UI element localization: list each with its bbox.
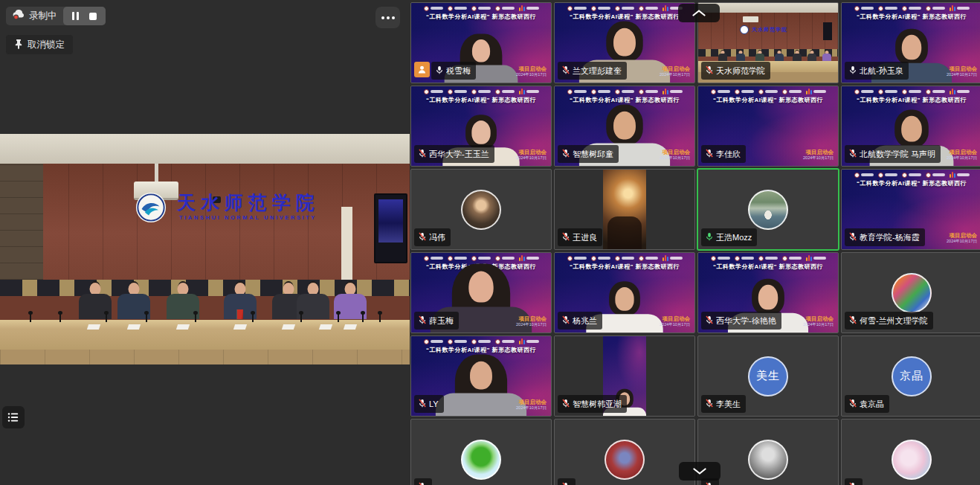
participant-tile[interactable]: “工科数学分析AI课程” 新形态教研西行项目启动会2024年10月17日李佳欣: [698, 86, 838, 166]
participant-tile[interactable]: “工科数学分析AI课程” 新形态教研西行项目启动会2024年10月17日智慧树邱…: [555, 86, 694, 166]
participant-tile[interactable]: [411, 420, 551, 485]
chevron-down-icon[interactable]: [679, 462, 721, 481]
participant-tile[interactable]: 智慧树韩亚潮: [555, 336, 694, 416]
mic-muted-icon: [418, 147, 427, 161]
name-pill: 王进良: [558, 228, 602, 246]
more-options-button[interactable]: [375, 7, 400, 28]
university-logo: [135, 192, 167, 226]
event-badge: 项目启动会2024年10月17日: [516, 149, 547, 161]
participant-name: 袁京晶: [860, 399, 884, 410]
mic-muted-icon: [705, 64, 714, 77]
name-pill: 西华大学-王玉兰: [414, 145, 494, 163]
mic-muted-icon: [705, 397, 714, 411]
name-pill: 何雪-兰州文理学院: [845, 312, 933, 330]
mic-muted-icon: [561, 481, 570, 485]
participant-tile[interactable]: “工科数学分析AI课程” 新形态教研西行项目启动会2024年10月17日税雪梅: [411, 3, 551, 83]
sponsor-logo: [471, 256, 491, 261]
sponsor-logo: [591, 256, 610, 261]
university-name-calligraphy: 天水师范学院: [177, 190, 385, 215]
participant-tile[interactable]: [555, 420, 694, 485]
sponsor-logo: [902, 6, 921, 11]
participant-tile[interactable]: 冯伟: [411, 170, 551, 249]
participant-tile[interactable]: “工科数学分析AI课程” 新形态教研西行项目启动会2024年10月17日LY: [411, 336, 551, 416]
participant-tile[interactable]: “工科数学分析AI课程” 新形态教研西行项目启动会2024年10月17日北航-孙…: [842, 3, 980, 83]
sponsor-logo: [926, 173, 945, 178]
mic-muted-icon: [418, 314, 427, 327]
sponsor-logo: [878, 89, 897, 94]
sponsor-logo-bars: [950, 172, 970, 178]
name-pill: 教育学院-杨海霞: [845, 228, 925, 246]
mic-muted-icon: [561, 64, 570, 77]
sponsor-logo: [424, 339, 443, 344]
event-badge: 项目启动会2024年10月17日: [516, 65, 547, 77]
name-pill: 税雪梅: [431, 62, 476, 80]
participant-tile[interactable]: “工科数学分析AI课程” 新形态教研西行项目启动会2024年10月17日教育学院…: [842, 170, 980, 249]
mic-on-icon: [435, 64, 444, 77]
banner-title: “工科数学分析AI课程” 新形态教研西行: [411, 96, 551, 104]
banner-title: “工科数学分析AI课程” 新形态教研西行: [842, 179, 980, 187]
clay-figures-photo: [892, 273, 932, 313]
mic-muted-icon: [705, 147, 714, 161]
pause-recording-button[interactable]: [72, 12, 79, 20]
sponsor-logo: [495, 6, 515, 11]
stop-recording-button[interactable]: [89, 13, 97, 20]
participant-tile[interactable]: 美生李美生: [698, 336, 838, 416]
sponsor-logo: [424, 89, 443, 94]
participant-tile[interactable]: 王浩Mozz: [698, 170, 838, 249]
sponsor-logo: [711, 256, 730, 261]
banner-title: “工科数学分析AI课程” 新形态教研西行: [411, 346, 551, 354]
name-pill: 冯伟: [414, 228, 451, 246]
participant-tile[interactable]: “工科数学分析AI课程” 新形态教研西行项目启动会2024年10月17日薛玉梅: [411, 253, 551, 333]
participant-tile[interactable]: 京晶袁京晶: [842, 336, 980, 416]
sponsor-logo-bars: [950, 5, 970, 11]
pinned-main-video[interactable]: 天水师范学院 TIANSHUI NORMAL UNIVERSITY: [0, 134, 410, 364]
initials-avatar: 美生: [748, 356, 788, 396]
banner-title: “工科数学分析AI课程” 新形态教研西行: [698, 263, 838, 271]
participant-tile[interactable]: “工科数学分析AI课程” 新形态教研西行项目启动会2024年10月17日兰文理彭…: [555, 3, 694, 83]
participant-tile[interactable]: “工科数学分析AI课程” 新形态教研西行项目启动会2024年10月17日西华大学…: [698, 253, 838, 333]
clover-hand-photo: [461, 440, 501, 480]
sponsor-logo: [591, 89, 610, 94]
event-badge: 项目启动会2024年10月17日: [660, 315, 690, 327]
participant-tile[interactable]: 王进良: [555, 170, 694, 249]
sponsor-logos-strip: [411, 89, 551, 94]
meeting-window: { "toolbar": { "recording_label": "录制中",…: [0, 0, 980, 485]
participant-tile[interactable]: “工科数学分析AI课程” 新形态教研西行项目启动会2024年10月17日西华大学…: [411, 86, 551, 166]
sponsor-logo: [567, 6, 587, 11]
participant-tile[interactable]: “工科数学分析AI课程” 新形态教研西行项目启动会2024年10月17日杨兆兰: [555, 253, 694, 333]
pushpin-icon: [14, 39, 23, 51]
participant-name: 李美生: [716, 399, 741, 410]
sponsor-logo: [448, 89, 467, 94]
banner-title: “工科数学分析AI课程” 新形态教研西行: [555, 263, 694, 271]
participant-name: 智慧树邱童: [573, 149, 613, 160]
participant-tile[interactable]: “工科数学分析AI课程” 新形态教研西行项目启动会2024年10月17日北航数学…: [842, 86, 980, 166]
event-badge: 项目启动会2024年10月17日: [947, 232, 977, 244]
participant-name: 税雪梅: [446, 65, 471, 77]
wall-panel: [341, 207, 352, 280]
mic-muted-icon: [848, 231, 857, 244]
man-portrait-photo: [461, 190, 501, 230]
name-pill: [414, 478, 432, 485]
chevron-up-icon[interactable]: [678, 4, 720, 22]
sponsor-logo: [495, 339, 515, 344]
participant-tile[interactable]: [842, 420, 980, 485]
participant-tile[interactable]: 何雪-兰州文理学院: [842, 253, 980, 333]
name-pill: 北航-孙玉泉: [845, 62, 909, 80]
participant-name: 智慧树韩亚潮: [573, 399, 622, 410]
event-badge: 项目启动会2024年10月17日: [660, 149, 690, 161]
mic-muted-icon: [561, 314, 570, 327]
participant-name: LY: [429, 399, 439, 408]
game-character-photo: [605, 440, 645, 480]
cloud-record-icon: [12, 9, 25, 23]
sponsor-logo: [639, 256, 658, 261]
second-desk-row: [0, 350, 410, 364]
layout-list-button[interactable]: [2, 406, 25, 428]
sponsor-logo: [854, 89, 874, 94]
mic-muted-icon: [705, 314, 714, 327]
cancel-pin-button[interactable]: 取消锁定: [6, 35, 73, 54]
sponsor-logo: [567, 89, 587, 94]
mic-on-icon: [848, 64, 857, 77]
participant-name: 北航-孙玉泉: [860, 65, 903, 77]
initials-avatar: 京晶: [892, 356, 932, 396]
recording-label: 录制中: [29, 10, 57, 22]
